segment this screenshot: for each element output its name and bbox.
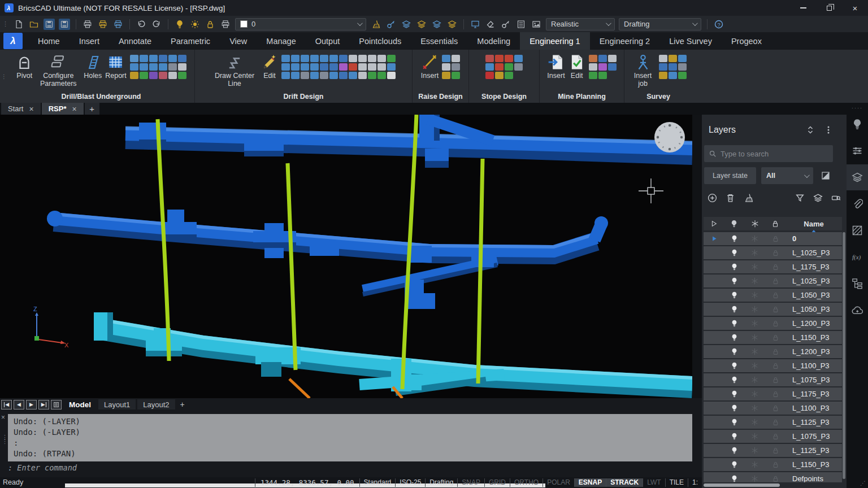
ribbon-tool-icon[interactable] [130, 55, 138, 62]
ribbon-tool-icon[interactable] [281, 72, 290, 79]
command-panel-grip[interactable]: ⋮⋮ [2, 435, 8, 443]
ribbon-tab[interactable]: Engineering 1 [520, 32, 590, 50]
layer-tool-2[interactable] [416, 19, 427, 30]
plot-button[interactable] [112, 19, 124, 30]
layer-plot-icon[interactable] [220, 19, 231, 30]
ribbon-tool-icon[interactable] [452, 55, 460, 62]
ribbon-tool-icon[interactable] [678, 55, 687, 62]
new-document-tab-button[interactable]: + [85, 103, 99, 115]
layer-lock-toggle[interactable] [765, 461, 785, 468]
ribbon-tab[interactable]: Home [28, 32, 70, 50]
first-tab-button[interactable]: ◀ [1, 400, 12, 409]
ribbon-tool-icon[interactable] [149, 55, 158, 62]
layer-freeze-toggle[interactable] [744, 334, 765, 341]
ribbon-tab[interactable]: Modeling [467, 32, 520, 50]
ribbon-tab[interactable]: View [220, 32, 257, 50]
layer-lock-toggle[interactable] [765, 447, 785, 454]
ribbon-tool-icon[interactable] [669, 55, 677, 62]
ribbon-tool-icon[interactable] [514, 63, 523, 71]
ribbon-tool-icon[interactable] [452, 63, 460, 71]
ribbon-tool-icon[interactable] [301, 72, 309, 79]
layer-tool-1[interactable] [401, 19, 412, 30]
layer-lock-toggle[interactable] [765, 306, 785, 313]
layer-lock-toggle[interactable] [765, 348, 785, 355]
layer-on-toggle[interactable] [724, 249, 744, 256]
layer-lock-toggle[interactable] [765, 433, 785, 440]
layer-row[interactable]: L_1100_P3 [704, 359, 842, 372]
sheet-sets-icon[interactable] [847, 225, 868, 236]
layer-row[interactable]: L_1200_P3 [704, 317, 842, 330]
match-layer-button[interactable] [370, 19, 381, 30]
ribbon-tool-icon[interactable] [178, 63, 186, 71]
workspace-dropdown[interactable]: Drafting [619, 18, 701, 30]
layer-on-toggle[interactable] [724, 390, 744, 398]
open-file-button[interactable] [28, 19, 40, 30]
ribbon-tool-icon[interactable] [358, 63, 367, 71]
ribbon-tool-icon[interactable] [320, 55, 328, 62]
pivot-button[interactable]: Pivot [16, 53, 33, 80]
layer-row[interactable]: L_1200_P3 [704, 345, 842, 358]
ribbon-tool-icon[interactable] [442, 63, 450, 71]
layer-freeze-toggle[interactable] [744, 362, 765, 369]
last-tab-button[interactable]: ▶ [38, 400, 49, 409]
drawing-viewport[interactable]: Z X [0, 115, 702, 398]
ribbon-tool-icon[interactable] [495, 55, 504, 62]
ribbon-tool-icon[interactable] [598, 55, 607, 62]
layer-on-toggle[interactable] [724, 433, 744, 440]
ribbon-tool-icon[interactable] [349, 72, 357, 79]
ribbon-tool-icon[interactable] [358, 55, 367, 62]
ribbon-tool-icon[interactable] [485, 55, 494, 62]
ribbon-tool-icon[interactable] [377, 72, 386, 79]
layer-lock-toggle[interactable] [765, 419, 785, 426]
ribbon-tool-icon[interactable] [368, 72, 376, 79]
lock-column-icon[interactable] [765, 220, 785, 228]
delete-layer-button[interactable] [726, 193, 735, 203]
layout1-tab[interactable]: Layout1 [98, 399, 136, 409]
layer-on-toggle[interactable] [724, 376, 744, 384]
layer-freeze-toggle[interactable] [744, 376, 765, 384]
close-button[interactable]: × [842, 0, 868, 16]
layer-on-toggle[interactable] [724, 277, 744, 285]
command-prompt[interactable]: : Enter command [8, 463, 77, 472]
layer-search-input[interactable] [721, 150, 828, 158]
panel-collapse-icon[interactable] [806, 125, 815, 137]
ribbon-tool-icon[interactable] [178, 72, 186, 79]
layer-freeze-toggle[interactable] [744, 263, 765, 271]
ribbon-tool-icon[interactable] [301, 55, 309, 62]
edit-layer-button[interactable] [385, 19, 397, 30]
layer-row[interactable]: 0 [704, 232, 842, 245]
layer-freeze-toggle[interactable] [744, 291, 765, 299]
layer-row[interactable]: L_1050_P3 [704, 289, 842, 302]
document-tab-start[interactable]: Start× [1, 103, 41, 115]
ribbon-tool-icon[interactable] [301, 63, 309, 71]
ribbon-tab[interactable]: Live Survey [659, 32, 722, 50]
layer-on-toggle[interactable] [724, 263, 744, 271]
status-toggle[interactable]: POLAR [542, 478, 574, 487]
layer-freeze-toggle[interactable] [744, 320, 765, 327]
add-layout-button[interactable]: + [177, 400, 188, 409]
fields-icon[interactable] [847, 251, 868, 263]
ribbon-tool-icon[interactable] [159, 72, 167, 79]
status-toggle[interactable]: LWT [643, 478, 665, 487]
attachments-icon[interactable] [847, 198, 868, 210]
mine-insert-button[interactable]: Insert [547, 53, 565, 80]
layer-freeze-toggle[interactable] [744, 348, 765, 355]
properties-list-button[interactable] [515, 19, 527, 30]
layer-freeze-toggle[interactable] [744, 235, 765, 242]
ribbon-tool-icon[interactable] [598, 63, 607, 71]
ribbon-tool-icon[interactable] [678, 63, 687, 71]
configure-parameters-button[interactable]: Configure Parameters [36, 53, 80, 88]
layer-lock-toggle[interactable] [765, 376, 785, 384]
previous-tab-button[interactable]: ◀ [14, 400, 24, 409]
ribbon-tool-icon[interactable] [514, 72, 523, 79]
layer-row[interactable]: L_1175_P3 [704, 387, 842, 400]
holes-button[interactable]: Holes [84, 53, 102, 80]
layers-panel-icon[interactable] [847, 164, 868, 190]
ribbon-tool-icon[interactable] [130, 72, 138, 79]
layer-row[interactable]: L_1175_P3 [704, 260, 842, 273]
layer-lock-toggle[interactable] [765, 235, 785, 242]
layer-row[interactable]: L_1075_P3 [704, 373, 842, 386]
status-toggle[interactable]: 1: [688, 478, 702, 487]
layer-row[interactable]: L_1150_P3 [704, 331, 842, 344]
status-toggle[interactable]: ORTHO [510, 478, 542, 487]
